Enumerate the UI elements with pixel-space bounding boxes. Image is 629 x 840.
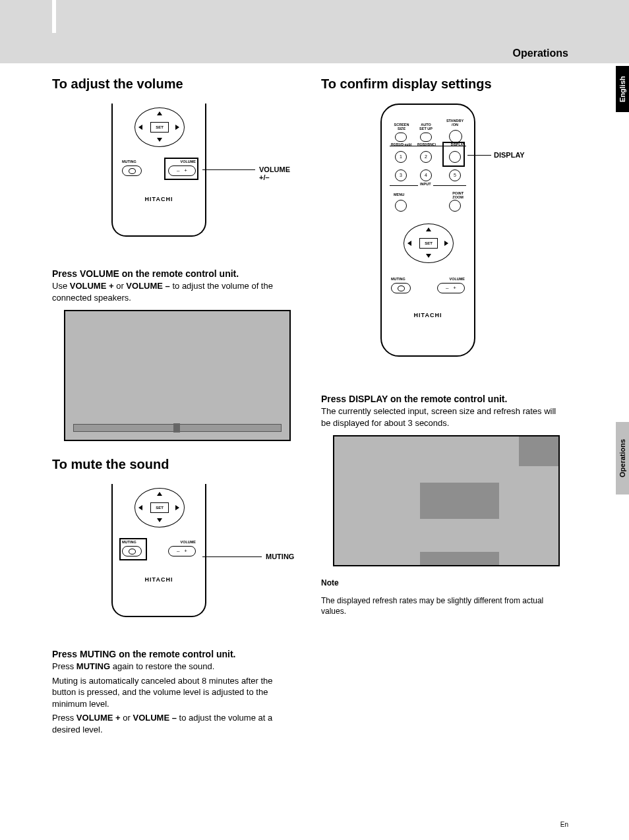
- display-highlight: [442, 142, 465, 167]
- footer-lang: En: [560, 821, 568, 828]
- header-section: Operations: [513, 47, 568, 59]
- volume-instruction-head: Press VOLUME on the remote control unit.: [52, 268, 297, 279]
- brand-label: HITACHI: [113, 196, 205, 202]
- remote-illustration-mute: SET MUTING VOLUME – + HITACHI: [52, 484, 297, 629]
- side-tab-operations: Operations: [616, 422, 629, 495]
- display-instruction-body: The currently selected input, screen siz…: [321, 405, 566, 429]
- volume-highlight: [164, 158, 198, 180]
- callout-muting: MUTING: [266, 553, 294, 560]
- screen-display-settings: [333, 435, 560, 566]
- set-button: SET: [150, 122, 169, 133]
- callout-display: DISPLAY: [494, 151, 525, 159]
- mute-instruction-body3: Press VOLUME + or VOLUME – to adjust the…: [52, 712, 297, 735]
- muting-label: MUTING: [122, 160, 136, 164]
- callout-volume: VOLUME +/–: [259, 165, 297, 181]
- set-button: SET: [150, 502, 169, 513]
- muting-highlight: [119, 538, 147, 560]
- heading-mute: To mute the sound: [52, 457, 297, 472]
- brand-label: HITACHI: [113, 576, 205, 583]
- muting-button: [122, 165, 142, 176]
- remote-body: SET MUTING VOLUME – + HITACHI: [111, 484, 206, 617]
- mute-instruction-head: Press MUTING on the remote control unit.: [52, 649, 297, 659]
- volume-button: – +: [168, 546, 196, 556]
- remote-illustration-volume: SET MUTING VOLUME – + HITACHI: [52, 104, 297, 249]
- volume-label: VOLUME: [180, 541, 196, 545]
- remote-body: SET MUTING VOLUME – + HITACHI: [111, 104, 206, 237]
- remote-body-full: SCREEN SIZE AUTO SET UP STANDBY /ON RGB1…: [380, 104, 475, 357]
- heading-display-settings: To confirm display settings: [321, 76, 566, 92]
- page-content: To adjust the volume SET MUTING: [52, 73, 566, 742]
- left-column: To adjust the volume SET MUTING: [52, 73, 297, 742]
- side-tab-english: English: [616, 66, 629, 112]
- heading-adjust-volume: To adjust the volume: [52, 76, 297, 92]
- right-column: To confirm display settings SCREEN SIZE …: [321, 73, 566, 742]
- mute-instruction-body1: Press MUTING again to restore the sound.: [52, 661, 297, 673]
- mute-instruction-body2: Muting is automatically canceled about 8…: [52, 675, 297, 710]
- note-body: The displayed refresh rates may be sligh…: [321, 595, 566, 616]
- remote-illustration-display: SCREEN SIZE AUTO SET UP STANDBY /ON RGB1…: [321, 104, 566, 374]
- screen-volume-bar: [64, 310, 291, 441]
- display-instruction-head: Press DISPLAY on the remote control unit…: [321, 394, 566, 404]
- volume-instruction-body: Use VOLUME + or VOLUME – to adjust the v…: [52, 280, 297, 303]
- page-tab-cut: [52, 0, 56, 33]
- note-heading: Note: [321, 578, 566, 587]
